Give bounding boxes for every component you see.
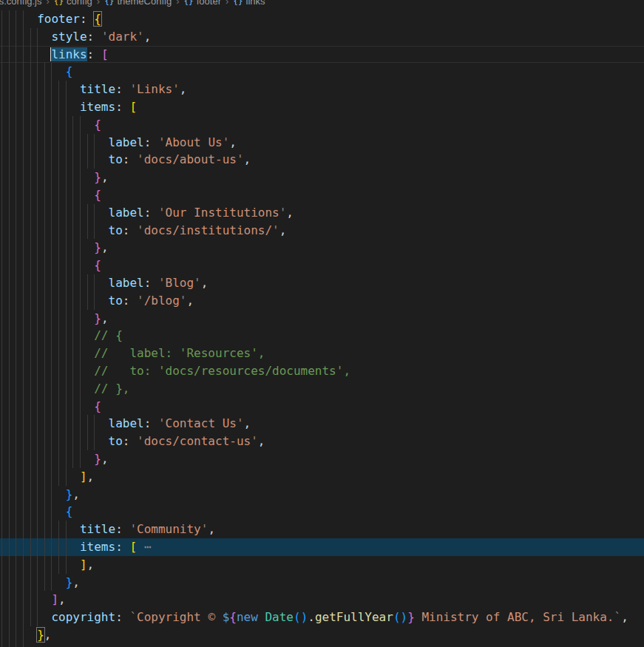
code-token: , <box>186 294 194 308</box>
breadcrumb-item-footer[interactable]: {}footer <box>183 0 221 7</box>
breadcrumb-separator: › <box>226 0 228 7</box>
code-line[interactable]: style: 'dark', <box>0 28 644 46</box>
code-token: , <box>101 452 109 466</box>
breadcrumb-separator: › <box>97 0 100 7</box>
code-token: , <box>44 628 52 642</box>
code-line[interactable]: to: 'docs/about-us', <box>0 151 644 169</box>
code-line[interactable]: label: 'Blog', <box>0 274 644 292</box>
code-line[interactable]: }, <box>0 574 644 592</box>
code-token: { <box>94 399 101 413</box>
code-token: : <box>144 206 158 220</box>
code-token: : <box>115 610 129 624</box>
code-line[interactable]: }, <box>0 310 644 328</box>
code-token: dark <box>109 30 138 44</box>
code-token: ' <box>137 30 144 44</box>
code-line[interactable]: { <box>0 503 644 521</box>
code-line[interactable]: to: 'docs/contact-us', <box>0 433 644 450</box>
code-token: : <box>123 223 137 237</box>
code-token: ' <box>137 223 144 237</box>
code-token: } <box>407 610 415 624</box>
code-token: , <box>87 558 95 572</box>
code-token: : <box>87 47 101 61</box>
code-token: , <box>101 170 109 184</box>
code-token: ' <box>101 30 109 44</box>
code-line[interactable]: items: [ ⋯ <box>0 538 644 556</box>
code-line[interactable]: label: 'Our Institutions', <box>0 204 644 222</box>
code-editor[interactable]: footer: { style: 'dark', links: [ { titl… <box>0 9 644 647</box>
code-token: items <box>80 100 115 114</box>
code-line[interactable]: items: [ <box>0 98 644 116</box>
code-line[interactable]: // label: 'Resources', <box>0 345 644 362</box>
code-token: Copyright © <box>137 610 223 624</box>
code-token: new <box>237 610 258 624</box>
code-token: docs/institutions/ <box>144 223 272 237</box>
code-token: } <box>66 487 73 501</box>
code-token: } <box>66 575 73 589</box>
code-token: , <box>87 470 95 484</box>
code-token: ' <box>237 152 244 166</box>
code-token: ] <box>51 592 58 606</box>
code-token: , <box>244 416 251 430</box>
code-token: : <box>87 30 101 44</box>
code-line[interactable]: label: 'About Us', <box>0 134 644 152</box>
code-token: /blog <box>144 294 180 308</box>
folded-code-ellipsis[interactable]: ⋯ <box>144 540 152 554</box>
code-line[interactable]: footer: { <box>0 10 644 28</box>
code-token: ` <box>129 610 137 624</box>
code-token: Contact Us <box>166 416 237 430</box>
breadcrumb-item-themeconfig[interactable]: {}themeConfig <box>104 0 172 7</box>
code-line[interactable]: to: '/blog', <box>0 292 644 310</box>
code-line[interactable]: }, <box>0 169 644 186</box>
breadcrumb-file[interactable]: docusaurus.config.js <box>0 0 42 7</box>
code-token: links <box>51 47 87 61</box>
code-token: $ <box>223 610 230 624</box>
code-line[interactable]: ], <box>0 468 644 486</box>
breadcrumb-item-links[interactable]: {}links <box>233 0 265 7</box>
code-line[interactable]: { <box>0 116 644 134</box>
code-token: Blog <box>166 276 194 290</box>
code-token: , <box>72 575 80 589</box>
code-token: { <box>94 118 101 132</box>
breadcrumb-item-label: links <box>246 0 265 7</box>
code-line[interactable]: { <box>0 398 644 416</box>
code-token: : <box>144 135 158 149</box>
breadcrumb-item-config[interactable]: {}config <box>54 0 92 7</box>
code-token: // label: 'Resources', <box>94 346 265 360</box>
code-line[interactable]: // to: 'docs/resources/documents', <box>0 362 644 380</box>
code-token: ' <box>279 206 287 220</box>
code-token: ' <box>137 434 144 448</box>
code-line[interactable]: label: 'Contact Us', <box>0 415 644 433</box>
code-line[interactable]: // { <box>0 327 644 345</box>
code-line[interactable]: { <box>0 257 644 274</box>
code-line[interactable]: { <box>0 63 644 81</box>
code-line[interactable]: ], <box>0 591 644 609</box>
code-line[interactable]: }, <box>0 486 644 504</box>
code-token: : <box>123 434 137 448</box>
code-token: docs/contact-us <box>144 434 251 448</box>
vscode-editor: docusaurus.config.js ›{}config›{}themeCo… <box>0 0 644 647</box>
code-line[interactable]: title: 'Links', <box>0 81 644 98</box>
code-token: getFullYear <box>315 610 393 624</box>
code-token: , <box>72 487 80 501</box>
code-line[interactable]: }, <box>0 450 644 468</box>
code-token: , <box>180 82 187 96</box>
breadcrumb-item-label: config <box>67 0 92 7</box>
code-line[interactable]: title: 'Community', <box>0 521 644 538</box>
code-line[interactable]: prism: { <box>0 644 644 647</box>
code-token: title <box>80 522 115 536</box>
code-line[interactable]: links: [ <box>0 46 644 64</box>
code-line[interactable]: }, <box>0 239 644 257</box>
code-token: : <box>80 12 94 26</box>
code-token: , <box>101 311 109 325</box>
code-line[interactable]: ], <box>0 556 644 574</box>
code-token: label <box>109 206 144 220</box>
code-line[interactable]: copyright: `Copyright © ${new Date().get… <box>0 609 644 626</box>
code-line[interactable]: { <box>0 186 644 204</box>
code-line[interactable]: }, <box>0 626 644 644</box>
code-token: title <box>80 82 115 96</box>
code-token: , <box>208 522 215 536</box>
code-line[interactable]: // }, <box>0 380 644 398</box>
code-line[interactable]: to: 'docs/institutions/', <box>0 222 644 240</box>
code-token: label <box>109 416 144 430</box>
code-token: , <box>229 135 237 149</box>
